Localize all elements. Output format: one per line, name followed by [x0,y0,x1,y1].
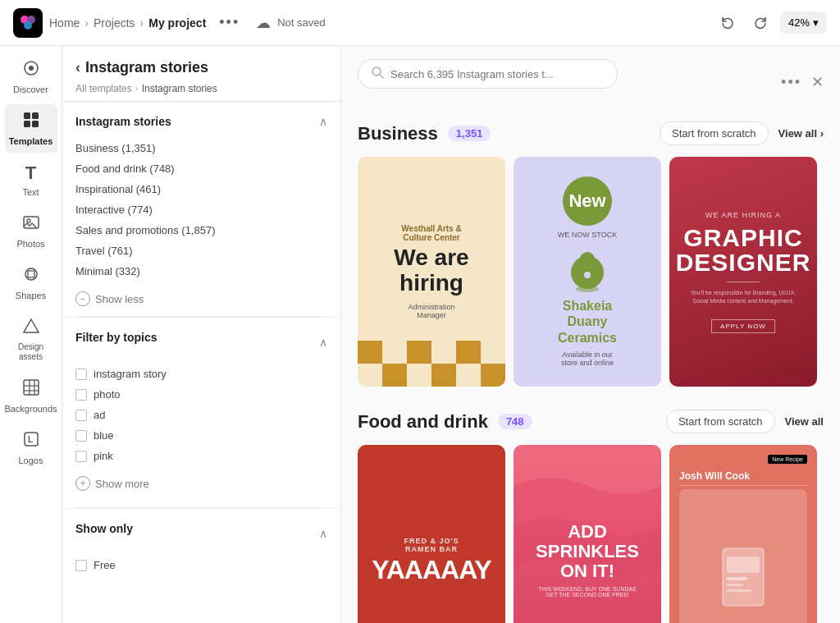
breadcrumb-projects[interactable]: Projects [94,16,135,30]
svg-point-2 [24,21,32,30]
panel-content: Instagram stories ∧ Business (1,351) Foo… [62,102,340,623]
filter-label-instagram: instagram story [94,368,167,380]
filter-label-free: Free [94,559,116,571]
category-interactive[interactable]: Interactive (774) [75,199,327,220]
business-section: Business 1,351 Start from scratch View a… [358,121,824,387]
content-more-button[interactable]: ••• [781,74,801,91]
category-business[interactable]: Business (1,351) [75,138,327,158]
checkbox-pink[interactable] [75,451,87,462]
filter-label-blue: blue [94,429,114,442]
food-header: Food and drink 748 Start from scratch Vi… [358,410,824,433]
food-viewall-button[interactable]: View all [785,415,824,428]
checkbox-ad[interactable] [75,410,87,421]
category-minimal[interactable]: Minimal (332) [75,261,327,282]
filter-ad[interactable]: ad [75,405,327,425]
app-logo[interactable] [13,8,43,38]
topbar: Home › Projects › My project ••• ☁ Not s… [0,0,840,46]
instagram-stories-section: Instagram stories ∧ Business (1,351) Foo… [62,102,340,316]
panel-back-button[interactable]: ‹ Instagram stories [75,59,327,76]
close-panel-button[interactable]: ✕ [811,73,824,91]
topbar-more-button[interactable]: ••• [219,14,240,31]
template-card-biz3[interactable]: WE ARE HIRING A GRAPHICDESIGNER You'll b… [669,157,817,387]
business-viewall-button[interactable]: View all › [778,127,824,140]
nav-item-photos[interactable]: Photos [5,207,57,255]
business-scratch-button[interactable]: Start from scratch [660,121,769,145]
nav-item-design-assets[interactable]: Design assets [5,310,57,369]
breadcrumb-sep1: › [84,16,89,30]
section-header-toggle[interactable]: Instagram stories ∧ [75,115,327,128]
not-saved-label: Not saved [277,16,326,29]
show-only-collapse-icon: ∧ [319,527,327,540]
business-actions: Start from scratch View all › [660,121,824,145]
svg-point-24 [579,252,596,272]
search-icon [372,66,384,81]
breadcrumb-home[interactable]: Home [49,16,80,30]
svg-rect-7 [24,121,30,127]
show-more-button[interactable]: + Show more [75,473,327,494]
left-nav: Discover Templates T Text Photos Shapes [0,46,62,623]
search-bar[interactable] [358,59,618,89]
template-card-biz2[interactable]: New WE NOW STOCK ShakeiaDuanyCeramics Av… [514,157,661,387]
design-assets-icon [22,317,40,339]
filter-collapse-icon: ∧ [319,336,327,349]
breadcrumb-current[interactable]: My project [148,16,206,30]
filter-header-toggle[interactable]: Filter by topics ∧ [75,331,327,354]
filter-label-photo: photo [94,388,121,401]
show-only-header-toggle[interactable]: Show only ∧ [75,522,327,545]
category-travel[interactable]: Travel (761) [75,240,327,261]
svg-point-26 [584,272,591,278]
nav-item-logos[interactable]: L Logos [5,424,57,472]
filter-label-ad: ad [94,409,105,421]
filter-instagram-story[interactable]: instagram story [75,364,327,384]
text-icon: T [25,163,36,184]
nav-text-label: Text [22,187,39,197]
nav-item-discover[interactable]: Discover [5,53,57,101]
checkbox-photo[interactable] [75,389,87,401]
show-less-button[interactable]: − Show less [75,288,327,309]
discover-icon [22,59,40,81]
nav-item-backgrounds[interactable]: Backgrounds [5,372,57,420]
checkbox-free[interactable] [75,560,87,571]
nav-photos-label: Photos [16,239,44,249]
nav-backgrounds-label: Backgrounds [4,404,57,414]
section-title: Instagram stories [75,115,171,128]
zoom-value: 42% [788,16,810,29]
template-card-biz1[interactable]: Westhall Arts &Culture Center We arehiri… [358,157,505,387]
checkbox-instagram-story[interactable] [75,369,87,380]
panel-header: ‹ Instagram stories All templates › Inst… [62,46,340,102]
filter-blue[interactable]: blue [75,425,327,446]
filter-pink[interactable]: pink [75,446,327,466]
search-input[interactable] [390,68,604,80]
template-card-food3[interactable]: New Recipe Josh Will Cook [669,445,817,623]
nav-templates-label: Templates [9,136,53,146]
cloud-icon: ☁ [256,14,271,32]
shapes-icon [22,265,40,287]
category-food[interactable]: Food and drink (748) [75,158,327,179]
breadcrumb-all-templates[interactable]: All templates [75,83,132,94]
food-title: Food and drink [358,411,488,433]
food-scratch-button[interactable]: Start from scratch [666,410,775,433]
redo-button[interactable] [747,10,774,36]
template-card-food2[interactable]: ADDSPRINKLESON IT! THIS WEEKEND, BUY ONE… [514,445,661,623]
breadcrumb-sep2: › [140,16,144,30]
undo-button[interactable] [714,10,741,36]
filter-free[interactable]: Free [75,555,327,575]
nav-item-templates[interactable]: Templates [5,104,57,153]
svg-point-25 [576,286,599,292]
nav-item-text[interactable]: T Text [5,156,57,204]
category-sales[interactable]: Sales and promotions (1,857) [75,220,327,240]
nav-item-shapes[interactable]: Shapes [5,259,57,307]
svg-rect-31 [727,589,751,592]
food-template-grid: FRED & JO'SRAMEN BAR YAAAAAY ADDSPRINKLE… [358,445,824,623]
svg-rect-12 [28,271,34,277]
section-collapse-icon: ∧ [319,115,327,128]
category-inspirational[interactable]: Inspirational (461) [75,179,327,199]
filter-photo[interactable]: photo [75,384,327,405]
checkbox-blue[interactable] [75,430,87,442]
zoom-button[interactable]: 42% ▾ [780,11,827,34]
svg-rect-14 [24,380,39,395]
business-header: Business 1,351 Start from scratch View a… [358,121,824,145]
food-actions: Start from scratch View all [666,410,824,433]
svg-rect-9 [24,217,39,228]
template-card-food1[interactable]: FRED & JO'SRAMEN BAR YAAAAAY [358,445,505,623]
